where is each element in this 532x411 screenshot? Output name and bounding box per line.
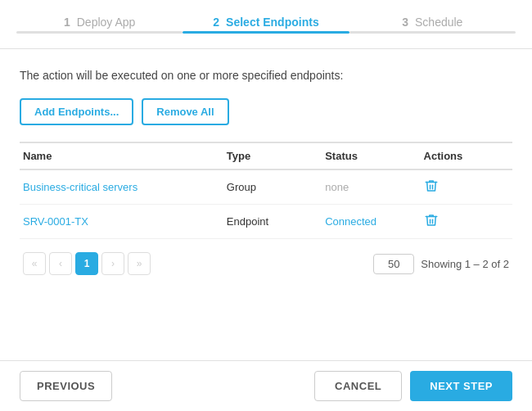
endpoint-actions-1 bbox=[414, 205, 512, 239]
table-header-row: Name Type Status Actions bbox=[20, 142, 512, 169]
cancel-button[interactable]: CANCEL bbox=[314, 371, 402, 401]
description-text: The action will be executed on one or mo… bbox=[20, 69, 512, 82]
pagination-prev[interactable]: ‹ bbox=[49, 252, 72, 275]
step2-line bbox=[183, 31, 349, 34]
pagination-row: « ‹ 1 › » Showing 1 – 2 of 2 bbox=[20, 239, 512, 282]
step-schedule: 3 Schedule bbox=[349, 16, 516, 34]
endpoints-table: Name Type Status Actions Business-critic… bbox=[20, 142, 512, 239]
endpoint-name-1: SRV-0001-TX bbox=[20, 205, 217, 239]
col-header-actions: Actions bbox=[414, 142, 512, 169]
step1-label: Deploy App bbox=[77, 16, 136, 29]
footer-right-buttons: CANCEL NEXT STEP bbox=[314, 371, 512, 401]
col-header-type: Type bbox=[217, 142, 315, 169]
delete-icon-1[interactable] bbox=[424, 213, 439, 228]
endpoint-name-link-1[interactable]: SRV-0001-TX bbox=[23, 215, 88, 228]
col-header-status: Status bbox=[315, 142, 413, 169]
remove-all-button[interactable]: Remove All bbox=[142, 98, 228, 125]
step1-number: 1 bbox=[64, 16, 70, 29]
showing-text: Showing 1 – 2 of 2 bbox=[421, 258, 509, 270]
footer: PREVIOUS CANCEL NEXT STEP bbox=[0, 360, 532, 411]
col-header-name: Name bbox=[20, 142, 217, 169]
step3-line bbox=[349, 31, 516, 34]
step-deploy-app: 1 Deploy App bbox=[16, 16, 183, 34]
pagination-info: Showing 1 – 2 of 2 bbox=[373, 254, 509, 274]
next-step-button[interactable]: NEXT STEP bbox=[410, 371, 512, 401]
main-content: The action will be executed on one or mo… bbox=[0, 49, 532, 291]
per-page-input[interactable] bbox=[373, 254, 414, 274]
action-buttons: Add Endpoints... Remove All bbox=[20, 98, 512, 125]
pagination-buttons: « ‹ 1 › » bbox=[23, 252, 151, 275]
endpoint-status-0: none bbox=[315, 169, 413, 205]
table-row: SRV-0001-TX Endpoint Connected bbox=[20, 205, 512, 239]
step1-line bbox=[16, 31, 183, 34]
step3-label: Schedule bbox=[415, 16, 462, 29]
endpoint-actions-0 bbox=[414, 169, 512, 205]
step2-label: Select Endpoints bbox=[226, 16, 319, 29]
table-row: Business-critical servers Group none bbox=[20, 169, 512, 205]
previous-button[interactable]: PREVIOUS bbox=[20, 371, 112, 401]
delete-icon-0[interactable] bbox=[424, 178, 439, 193]
endpoint-status-1: Connected bbox=[315, 205, 413, 239]
pagination-next[interactable]: › bbox=[101, 252, 124, 275]
step-select-endpoints: 2 Select Endpoints bbox=[183, 16, 349, 34]
endpoint-name-link-0[interactable]: Business-critical servers bbox=[23, 181, 138, 193]
step2-number: 2 bbox=[213, 16, 219, 29]
stepper: 1 Deploy App 2 Select Endpoints 3 Schedu… bbox=[0, 0, 532, 49]
endpoint-type-1: Endpoint bbox=[217, 205, 315, 239]
add-endpoints-button[interactable]: Add Endpoints... bbox=[20, 98, 133, 125]
step3-number: 3 bbox=[402, 16, 408, 29]
endpoint-type-0: Group bbox=[217, 169, 315, 205]
pagination-last[interactable]: » bbox=[128, 252, 151, 275]
pagination-page-1[interactable]: 1 bbox=[75, 252, 98, 275]
endpoint-name-0: Business-critical servers bbox=[20, 169, 217, 205]
pagination-first[interactable]: « bbox=[23, 252, 46, 275]
